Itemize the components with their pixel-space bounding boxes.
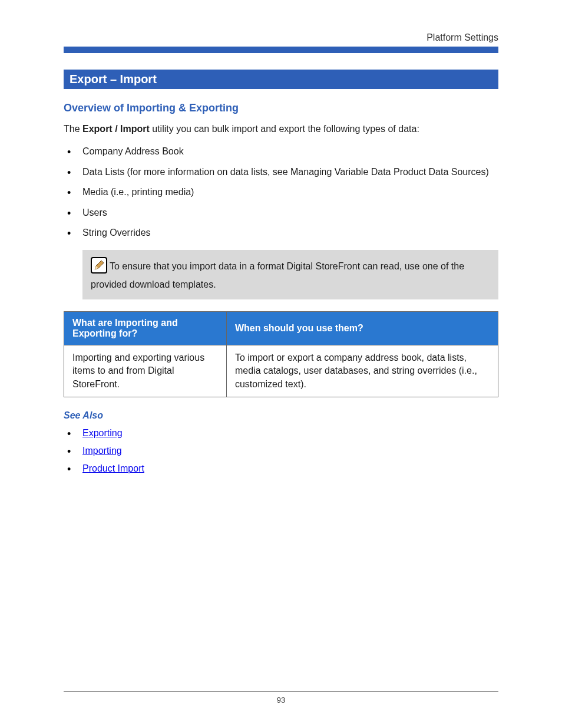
intro-prefix: The xyxy=(64,124,82,134)
list-item: Exporting xyxy=(64,428,498,439)
list-item: Media (i.e., printing media) xyxy=(64,186,498,199)
intro-suffix: utility you can bulk import and export t… xyxy=(150,124,419,134)
list-item: String Overrides xyxy=(64,226,498,239)
list-item: Users xyxy=(64,206,498,219)
section-title: Export – Import xyxy=(64,70,498,89)
see-also-title: See Also xyxy=(64,410,498,421)
intro-paragraph: The Export / Import utility you can bulk… xyxy=(64,123,498,136)
intro-bold: Export / Import xyxy=(82,124,150,134)
see-also-list: Exporting Importing Product Import xyxy=(64,428,498,474)
table-cell-2: To import or export a company address bo… xyxy=(226,345,498,397)
header-bar xyxy=(64,47,498,53)
link-exporting[interactable]: Exporting xyxy=(82,428,123,438)
page-number: 93 xyxy=(277,696,285,704)
link-importing[interactable]: Importing xyxy=(82,446,122,456)
table-header-1: What are Importing and Exporting for? xyxy=(64,311,227,345)
pencil-icon xyxy=(91,257,107,277)
page-footer: 93 xyxy=(64,691,498,704)
list-item: Data Lists (for more information on data… xyxy=(64,166,498,179)
note-text: To ensure that you import data in a form… xyxy=(91,262,464,289)
subsection-title: Overview of Importing & Exporting xyxy=(64,102,498,114)
list-item: Importing xyxy=(64,446,498,456)
table-row: Importing and exporting various items to… xyxy=(64,345,498,397)
table-header-2: When should you use them? xyxy=(226,311,498,345)
list-item: Company Address Book xyxy=(64,145,498,158)
list-item: Product Import xyxy=(64,463,498,474)
table-cell-1: Importing and exporting various items to… xyxy=(64,345,227,397)
data-types-list: Company Address Book Data Lists (for mor… xyxy=(64,145,498,239)
header-label: Platform Settings xyxy=(64,32,498,43)
info-table: What are Importing and Exporting for? Wh… xyxy=(64,311,498,397)
link-product-import[interactable]: Product Import xyxy=(82,463,144,473)
note-box: To ensure that you import data in a form… xyxy=(82,250,498,299)
